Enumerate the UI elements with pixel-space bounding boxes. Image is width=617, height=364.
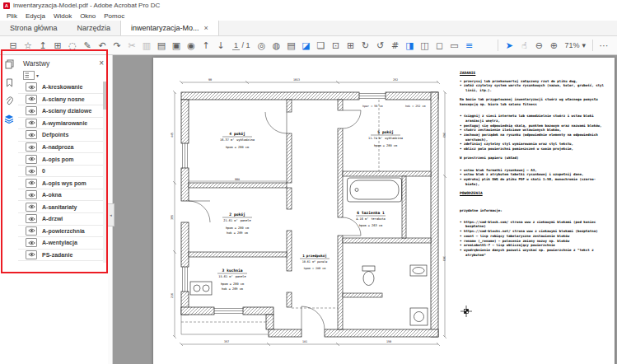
reading-mode-icon[interactable]: ≡ <box>463 39 476 52</box>
star-icon[interactable]: ☆ <box>21 39 35 52</box>
layer-row[interactable]: A-opis wys pom <box>18 177 108 189</box>
eye-icon <box>28 252 35 257</box>
layer-label: A-nadproza <box>42 144 74 150</box>
svg-text:90: 90 <box>208 78 212 82</box>
zoom-in-icon[interactable]: ⊕ <box>547 39 560 52</box>
rotate-ccw-icon[interactable]: ↺ <box>374 39 387 52</box>
layer-row[interactable]: A-wentylacja <box>18 237 108 250</box>
export-pdf-icon[interactable]: ⊡ <box>330 39 343 52</box>
room-label: 3kuchnia 15.61 m²panele hpom = 280 cm ho… <box>217 268 247 291</box>
edit-pdf-icon[interactable]: ◪ <box>300 39 313 52</box>
svg-text:hpar = 56 cm: hpar = 56 cm <box>362 105 383 108</box>
bookmarks-button[interactable] <box>0 73 18 91</box>
select-tool-icon[interactable]: ➤ <box>502 39 516 52</box>
crop-pages-icon[interactable]: # <box>389 39 402 52</box>
options-menu-icon[interactable] <box>23 71 35 80</box>
zoom-out-icon[interactable]: ⊖ <box>532 39 545 52</box>
menu-item-pomoc[interactable]: Pomoc <box>100 12 129 20</box>
zoom-level-dropdown[interactable]: 71%▾ <box>564 41 586 49</box>
menu-item-edycja[interactable]: Edycja <box>21 12 49 20</box>
layer-row[interactable]: A-nadproza <box>18 142 108 154</box>
save-icon[interactable]: ⊟ <box>7 39 20 52</box>
layers-button[interactable] <box>0 110 18 128</box>
layer-visibility-toggle[interactable] <box>26 155 37 164</box>
page-thumbnails-button[interactable] <box>0 55 18 73</box>
previous-page-icon[interactable]: ↑ <box>199 39 213 52</box>
layer-visibility-toggle[interactable] <box>26 214 37 223</box>
share-icon[interactable]: ↥ <box>36 39 49 52</box>
layer-visibility-toggle[interactable] <box>26 95 37 104</box>
layer-visibility-toggle[interactable] <box>26 106 37 115</box>
current-page-value[interactable]: 1 <box>232 41 240 50</box>
layer-row[interactable]: A-wymiarowanie <box>18 118 108 130</box>
tab-close-icon[interactable]: × <box>204 24 208 32</box>
layer-row[interactable]: A-okna <box>18 189 108 202</box>
layer-visibility-toggle[interactable] <box>26 82 37 91</box>
chevron-down-icon[interactable]: ▾ <box>582 41 586 49</box>
layer-row[interactable]: A-sciany nosne <box>18 94 108 106</box>
print-production-icon[interactable]: ⊞ <box>344 39 358 52</box>
extract-pages-icon[interactable]: ◻ <box>433 39 446 52</box>
layer-label: A-opis pom <box>42 156 74 162</box>
layer-row[interactable]: Defpoints <box>18 129 108 142</box>
marquee-zoom-icon[interactable]: ◎ <box>255 39 269 52</box>
find-icon[interactable]: ◉ <box>185 39 198 52</box>
page-thumbnail-icon[interactable]: ▤ <box>285 39 298 52</box>
loupe-icon[interactable]: ◍ <box>270 39 283 52</box>
tab-narz-dzia[interactable]: Narzędzia <box>68 21 121 35</box>
layer-row[interactable]: A-powierzchnia <box>18 226 108 238</box>
pdf-page[interactable]: 90 1013 252 445 355 216 262 363 357 181 … <box>153 58 615 364</box>
layer-visibility-toggle[interactable] <box>26 203 37 212</box>
options-caret-icon[interactable]: ▾ <box>36 72 39 78</box>
redo-icon[interactable]: ↷ <box>110 39 124 52</box>
menu-item-okno[interactable]: Okno <box>76 12 100 20</box>
layer-visibility-toggle[interactable] <box>26 190 37 199</box>
fill-sign-icon[interactable]: ✎ <box>81 39 94 52</box>
layer-row[interactable]: A-opis pom <box>18 153 108 166</box>
toolbar-separator <box>498 40 498 51</box>
insert-pages-icon[interactable]: ◨ <box>404 39 417 52</box>
more-tools-icon[interactable]: ⋯ <box>597 39 610 52</box>
panel-scrollbar-thumb[interactable] <box>103 82 106 110</box>
attachments-button[interactable] <box>0 91 18 110</box>
layer-row[interactable]: PS-zadanie <box>18 250 108 262</box>
layer-visibility-toggle[interactable] <box>26 166 37 175</box>
eye-icon <box>28 169 35 174</box>
layer-row[interactable]: A-sanitariaty <box>18 201 108 213</box>
layer-visibility-toggle[interactable] <box>26 179 37 188</box>
layer-label: A-sciany nosne <box>42 96 85 102</box>
svg-text:355: 355 <box>171 215 174 220</box>
svg-text:363: 363 <box>442 256 446 261</box>
task-bullet: • wydrukuj plik DWG do pliku PDF w skali… <box>460 177 606 186</box>
layer-row[interactable]: A-drzwi <box>18 213 108 226</box>
layer-row[interactable]: 0 <box>18 166 108 178</box>
document-canvas[interactable]: 90 1013 252 445 355 216 262 363 357 181 … <box>113 55 617 364</box>
layer-visibility-toggle[interactable] <box>26 226 37 236</box>
layer-visibility-toggle[interactable] <box>26 142 37 152</box>
panel-scrollbar[interactable] <box>103 82 106 263</box>
tab-inwentaryzacja-mo-[interactable]: inwentaryzacja-Mo...× <box>120 21 219 35</box>
next-page-icon[interactable]: ↓ <box>214 39 227 52</box>
clipboard-icon[interactable]: ▤ <box>155 39 168 52</box>
rotate-cw-icon[interactable]: ↻ <box>359 39 372 52</box>
undo-icon[interactable]: ↶ <box>96 39 109 52</box>
tab-strona-g-wna[interactable]: Strona główna <box>0 21 68 35</box>
display-mode-icon[interactable]: ▭ <box>448 39 461 52</box>
create-pdf-icon[interactable]: ❏ <box>315 39 328 52</box>
print-icon[interactable]: ⊞ <box>51 39 64 52</box>
snapshot-icon[interactable]: ▣ <box>170 39 183 52</box>
panel-collapse-handle[interactable]: ◂ <box>107 203 115 226</box>
layer-visibility-toggle[interactable] <box>26 238 37 247</box>
search-icon[interactable]: ◌ <box>66 39 79 52</box>
layer-visibility-toggle[interactable] <box>26 119 37 128</box>
hand-tool-icon[interactable]: ☝ <box>517 39 531 52</box>
page-number-field[interactable]: 1 / 1 <box>232 41 250 49</box>
layers-panel-close-icon[interactable]: × <box>99 58 104 68</box>
combine-files-icon[interactable]: ◫ <box>418 39 432 52</box>
menu-item-widok[interactable]: Widok <box>49 12 76 20</box>
menu-item-plik[interactable]: Plik <box>2 12 21 20</box>
layer-row[interactable]: A-sciany dzialowe <box>18 105 108 118</box>
layer-row[interactable]: A-kreskowanie <box>18 82 108 94</box>
layer-visibility-toggle[interactable] <box>26 130 37 139</box>
layer-visibility-toggle[interactable] <box>26 250 37 259</box>
